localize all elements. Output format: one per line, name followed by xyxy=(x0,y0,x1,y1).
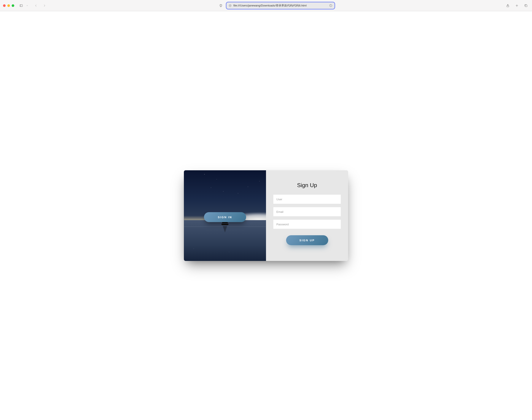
reload-icon[interactable] xyxy=(329,4,332,7)
nav-forward-button[interactable] xyxy=(42,3,48,9)
shield-icon xyxy=(219,4,223,8)
tabs-icon xyxy=(524,4,528,8)
sidebar-menu-button[interactable] xyxy=(24,3,30,9)
svg-rect-0 xyxy=(20,4,22,6)
address-bar-text: file:///Users/janewang/Downloads/登录界面代码/… xyxy=(233,4,328,8)
share-button[interactable] xyxy=(505,3,511,9)
signin-panel: SIGN IN xyxy=(184,170,266,261)
new-tab-button[interactable] xyxy=(514,3,520,9)
privacy-shield-button[interactable] xyxy=(218,3,224,9)
signup-button[interactable]: SIGN UP xyxy=(286,235,328,245)
address-bar[interactable]: file:///Users/janewang/Downloads/登录界面代码/… xyxy=(226,2,335,9)
svg-point-3 xyxy=(229,4,231,7)
chevron-right-icon xyxy=(43,4,46,8)
compass-icon xyxy=(229,4,232,7)
svg-marker-4 xyxy=(230,5,231,6)
user-input[interactable] xyxy=(273,195,341,204)
nav-back-button[interactable] xyxy=(33,3,39,9)
show-tabs-button[interactable] xyxy=(523,3,529,9)
window-traffic-lights xyxy=(3,4,14,7)
sidebar-toggle-button[interactable] xyxy=(18,3,24,9)
browser-toolbar: file:///Users/janewang/Downloads/登录界面代码/… xyxy=(0,0,532,11)
share-icon xyxy=(506,4,510,8)
signin-button[interactable]: SIGN IN xyxy=(204,212,246,222)
password-input[interactable] xyxy=(273,220,341,229)
window-zoom-button[interactable] xyxy=(12,4,14,7)
window-close-button[interactable] xyxy=(3,4,6,7)
email-input[interactable] xyxy=(273,207,341,216)
page-viewport: SIGN IN Sign Up SIGN UP xyxy=(0,11,532,420)
svg-rect-8 xyxy=(525,5,527,7)
chevron-left-icon xyxy=(34,4,38,8)
signup-panel: Sign Up SIGN UP xyxy=(266,170,348,261)
window-minimize-button[interactable] xyxy=(7,4,10,7)
sidebar-icon xyxy=(19,4,23,8)
plus-icon xyxy=(515,4,519,8)
auth-card: SIGN IN Sign Up SIGN UP xyxy=(184,170,348,261)
form-title: Sign Up xyxy=(297,182,317,189)
chevron-down-icon xyxy=(26,4,28,7)
